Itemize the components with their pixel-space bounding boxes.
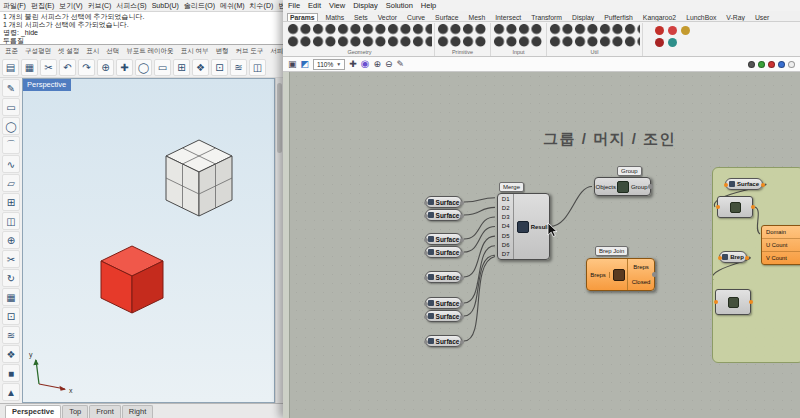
perspective-viewport[interactable]: Perspective xyxy=(22,78,275,403)
surface-param[interactable]: Surface xyxy=(425,196,462,208)
tool-icon[interactable]: ▦ xyxy=(2,288,20,306)
tool-icon[interactable]: ◫ xyxy=(249,59,266,76)
merge-input[interactable]: D5 xyxy=(498,231,513,240)
tool-icon[interactable]: ≋ xyxy=(230,59,247,76)
menu-item[interactable]: View xyxy=(329,1,345,10)
tool-icon[interactable]: ▲ xyxy=(2,383,20,401)
tool-icon[interactable]: ▦ xyxy=(21,59,38,76)
component-nametag[interactable]: Group xyxy=(617,166,642,176)
component-icons[interactable] xyxy=(493,23,544,48)
display-ball-icon[interactable] xyxy=(758,61,765,68)
category-tab[interactable]: Display xyxy=(570,14,596,21)
display-ball-icon[interactable] xyxy=(768,61,775,68)
tool-icon[interactable]: ❖ xyxy=(192,59,209,76)
tool-icon[interactable]: ✂ xyxy=(2,250,20,268)
merge-input[interactable]: D7 xyxy=(498,250,513,259)
menu-item[interactable]: 보기(V) xyxy=(59,1,82,11)
menu-item[interactable]: 파일(F) xyxy=(3,1,26,11)
group-input[interactable]: Objects xyxy=(595,184,617,190)
category-tab[interactable]: Mesh xyxy=(467,14,488,21)
category-tab[interactable]: Sets xyxy=(352,14,370,21)
tool-icon[interactable]: ⊡ xyxy=(2,307,20,325)
category-tab[interactable]: Kangaroo2 xyxy=(641,14,678,21)
toolbar-tab[interactable]: 뷰포트 레이아웃 xyxy=(126,47,173,56)
viewport-tab[interactable]: Perspective xyxy=(5,405,61,418)
viewport-title[interactable]: Perspective xyxy=(23,79,71,91)
category-tab[interactable]: Params xyxy=(287,13,318,21)
menu-item[interactable]: Display xyxy=(353,1,378,10)
viewport-tab[interactable]: Top xyxy=(62,405,88,418)
merge-component[interactable]: D1D2D3D4D5D6D7 Result xyxy=(497,193,550,260)
tool-icon[interactable]: ▱ xyxy=(2,174,20,192)
save-icon[interactable]: ◩ xyxy=(301,60,310,69)
toolbar-tab[interactable]: 구성평면 xyxy=(25,47,51,56)
tool-icon[interactable]: ❖ xyxy=(2,345,20,363)
category-tab[interactable]: Vector xyxy=(376,14,399,21)
tool-icon[interactable]: ⊡ xyxy=(211,59,228,76)
menu-item[interactable]: Edit xyxy=(308,1,321,10)
category-tab[interactable]: Pufferfish xyxy=(602,14,635,21)
red-cube[interactable] xyxy=(101,246,163,313)
menu-item[interactable]: 메쉬(M) xyxy=(220,1,245,11)
display-ball-icon[interactable] xyxy=(748,61,755,68)
component-nametag[interactable]: Brep Join xyxy=(595,246,628,256)
tool-icon[interactable]: ∿ xyxy=(2,155,20,173)
vray-icon[interactable] xyxy=(655,26,664,35)
tool-icon[interactable]: ◯ xyxy=(2,117,20,135)
viewport-scrollbar[interactable] xyxy=(275,78,283,403)
category-tab[interactable]: User xyxy=(753,14,771,21)
viewport-tab[interactable]: Right xyxy=(122,405,154,418)
tool-icon[interactable]: ⊕ xyxy=(97,59,114,76)
category-tab[interactable]: Transform xyxy=(529,14,564,21)
category-tab[interactable]: Intersect xyxy=(493,14,523,21)
vray-icon[interactable] xyxy=(655,38,664,47)
tool-icon[interactable]: ≋ xyxy=(2,326,20,344)
toolbar-tab[interactable]: 선택 xyxy=(106,47,119,56)
vray-icon[interactable] xyxy=(668,26,677,35)
component-icons[interactable] xyxy=(287,23,432,48)
menu-item[interactable]: 편집(E) xyxy=(31,1,54,11)
surface-param[interactable]: Surface xyxy=(425,335,462,347)
component-icons[interactable] xyxy=(437,23,488,48)
group-output[interactable]: Group xyxy=(629,184,651,190)
open-file-icon[interactable]: ▣ xyxy=(288,60,297,69)
category-tab[interactable]: Curve xyxy=(405,14,427,21)
output-nub[interactable] xyxy=(652,272,657,277)
category-tab[interactable]: LunchBox xyxy=(684,14,718,21)
brep-join-output[interactable]: Closed xyxy=(628,275,654,291)
zoom-in-icon[interactable]: ⊕ xyxy=(373,60,381,69)
surface-param[interactable]: Surface xyxy=(425,233,462,245)
merge-input[interactable]: D1 xyxy=(498,194,513,203)
zoom-out-icon[interactable]: ⊖ xyxy=(385,60,393,69)
toolbar-tab[interactable]: 커브 도구 xyxy=(235,47,263,56)
menu-item[interactable]: SubD(U) xyxy=(152,2,179,9)
brep-join-component[interactable]: Breps BrepsClosed xyxy=(586,258,655,291)
command-area[interactable]: 1 개의 불린 서피스가 선택에 추가되었습니다. 1 개의 서피스가 선택에 … xyxy=(0,11,283,45)
tool-icon[interactable]: ◫ xyxy=(2,212,20,230)
tool-icon[interactable]: ↷ xyxy=(78,59,95,76)
tool-icon[interactable]: ▭ xyxy=(2,98,20,116)
tool-icon[interactable]: ✎ xyxy=(2,79,20,97)
menu-item[interactable]: Help xyxy=(421,1,436,10)
tool-icon[interactable]: ⊞ xyxy=(2,193,20,211)
surface-param[interactable]: Surface xyxy=(425,209,462,221)
ribbon-group-label[interactable]: Input xyxy=(491,48,546,56)
preview-eye-icon[interactable]: ◉ xyxy=(361,59,370,69)
tool-icon[interactable]: ▤ xyxy=(2,59,19,76)
toolbar-tab[interactable]: 표시 여부 xyxy=(181,47,209,56)
brep-join-input[interactable]: Breps xyxy=(587,272,610,278)
ribbon-group-label[interactable]: Util xyxy=(547,48,642,56)
surface-param[interactable]: Surface xyxy=(425,271,462,283)
tool-icon[interactable]: ✂ xyxy=(40,59,57,76)
category-tab[interactable]: Maths xyxy=(324,14,347,21)
pan-icon[interactable]: ✚ xyxy=(349,60,357,69)
toolbar-tab[interactable]: 셋 설정 xyxy=(58,47,79,56)
viewport-tab[interactable]: Front xyxy=(89,405,121,418)
ribbon-group-label[interactable]: Primitive xyxy=(435,48,490,56)
menu-item[interactable]: 솔리드(O) xyxy=(184,1,215,11)
merge-input[interactable]: D3 xyxy=(498,213,513,222)
toolbar-tab[interactable]: 서피스 도구 xyxy=(270,47,283,56)
merge-input[interactable]: D4 xyxy=(498,222,513,231)
category-tab[interactable]: Surface xyxy=(433,14,460,21)
ribbon-group-label[interactable]: Geometry xyxy=(285,48,434,56)
